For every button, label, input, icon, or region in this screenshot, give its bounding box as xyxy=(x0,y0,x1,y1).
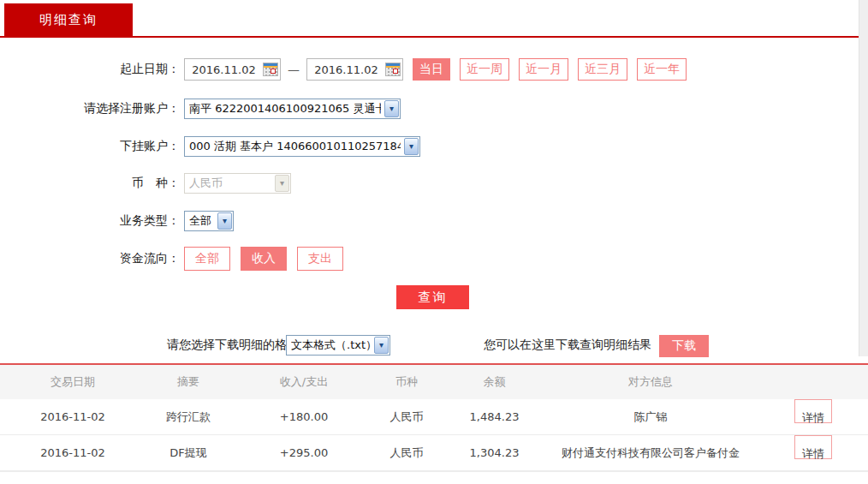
chevron-down-icon[interactable]: ▾ xyxy=(384,100,399,117)
download-hint: 您可以在这里下载查询明细结果 xyxy=(484,333,651,357)
quick-range-week-button[interactable]: 近一周 xyxy=(460,58,509,81)
start-date-input[interactable]: 2016.11.02 xyxy=(184,58,281,81)
date-range-row: 起止日期： 2016.11.02 — 2016.11.02 当日 近一周 近一月… xyxy=(0,57,687,81)
download-button[interactable]: 下载 xyxy=(659,335,709,357)
currency-select: 人民币 ▾ xyxy=(184,173,291,194)
table-header: 交易日期 摘要 收入/支出 币种 余额 对方信息 xyxy=(0,365,868,399)
fund-flow-label: 资金流向： xyxy=(0,251,184,266)
tab-detail-query[interactable]: 明细查询 xyxy=(4,3,133,36)
chevron-down-icon[interactable]: ▾ xyxy=(217,212,232,230)
query-button[interactable]: 查询 xyxy=(396,285,469,309)
chevron-down-icon[interactable]: ▾ xyxy=(404,138,419,155)
quick-range-year-button[interactable]: 近一年 xyxy=(637,58,687,81)
end-date-value: 2016.11.02 xyxy=(307,63,385,76)
detail-button[interactable]: 详情 xyxy=(794,435,832,459)
header-currency: 币种 xyxy=(360,365,454,399)
download-format-select[interactable]: 文本格式（.txt） ▾ xyxy=(286,335,390,356)
business-type-select[interactable]: 全部 ▾ xyxy=(184,211,234,231)
quick-range-today-button[interactable]: 当日 xyxy=(413,58,450,81)
download-format-value: 文本格式（.txt） xyxy=(291,338,371,353)
detail-button[interactable]: 详情 xyxy=(794,399,832,423)
sub-account-label: 下挂账户： xyxy=(0,139,184,154)
registered-account-select[interactable]: 南平 6222001406100921065 灵通卡 ▾ xyxy=(184,99,401,119)
sub-account-row: 下挂账户： 000 活期 基本户 1406600101102571848 ▾ xyxy=(0,134,420,158)
chevron-down-icon[interactable]: ▾ xyxy=(374,337,389,354)
registered-account-row: 请选择注册账户： 南平 6222001406100921065 灵通卡 ▾ xyxy=(0,97,401,121)
header-balance: 余额 xyxy=(445,365,544,399)
currency-value: 人民币 xyxy=(189,176,271,191)
bottom-divider xyxy=(0,471,868,472)
table-row: 2016-11-02 跨行汇款 +180.00 人民币 1,484.23 陈广锦… xyxy=(0,399,868,435)
quick-range-month-button[interactable]: 近一月 xyxy=(519,58,568,81)
registered-account-label: 请选择注册账户： xyxy=(0,101,184,117)
date-range-label: 起止日期： xyxy=(0,62,184,77)
cell-balance: 1,304.23 xyxy=(445,435,544,470)
sub-account-select[interactable]: 000 活期 基本户 1406600101102571848 ▾ xyxy=(184,136,420,157)
sub-account-value: 000 活期 基本户 1406600101102571848 xyxy=(189,139,401,154)
currency-row: 币 种： 人民币 ▾ xyxy=(0,171,291,195)
business-type-label: 业务类型： xyxy=(0,213,184,229)
cell-counterparty: 财付通支付科技有限公司客户备付金 xyxy=(531,435,770,470)
header-amount: 收入/支出 xyxy=(257,365,351,399)
business-type-value: 全部 xyxy=(189,213,214,229)
end-date-input[interactable]: 2016.11.02 xyxy=(306,58,403,81)
cell-amount: +180.00 xyxy=(257,399,351,434)
date-separator: — xyxy=(288,63,300,76)
cell-currency: 人民币 xyxy=(360,435,454,470)
cell-summary: 跨行汇款 xyxy=(141,399,235,434)
cell-balance: 1,484.23 xyxy=(445,399,544,434)
quick-range-quarter-button[interactable]: 近三月 xyxy=(578,58,627,81)
fund-flow-all-button[interactable]: 全部 xyxy=(184,247,230,271)
fund-flow-expense-button[interactable]: 支出 xyxy=(297,247,343,271)
start-date-value: 2016.11.02 xyxy=(185,63,263,76)
tab-underline xyxy=(0,36,859,38)
cell-date: 2016-11-02 xyxy=(21,399,124,434)
header-summary: 摘要 xyxy=(141,365,235,399)
calendar-icon[interactable] xyxy=(385,63,401,76)
registered-account-value: 南平 6222001406100921065 灵通卡 xyxy=(189,101,381,117)
download-format-label: 请您选择下载明细的格式 xyxy=(167,333,299,357)
business-type-row: 业务类型： 全部 ▾ xyxy=(0,209,234,233)
cell-summary: DF提现 xyxy=(141,435,235,470)
cell-currency: 人民币 xyxy=(360,399,454,434)
right-gutter xyxy=(859,0,868,356)
fund-flow-row: 资金流向： 全部 收入 支出 xyxy=(0,247,354,271)
header-date: 交易日期 xyxy=(21,365,124,399)
header-counterparty: 对方信息 xyxy=(531,365,770,399)
chevron-down-icon: ▾ xyxy=(275,175,289,192)
currency-label: 币 种： xyxy=(0,176,184,191)
cell-amount: +295.00 xyxy=(257,435,351,470)
calendar-icon[interactable] xyxy=(263,63,278,76)
table-row: 2016-11-02 DF提现 +295.00 人民币 1,304.23 财付通… xyxy=(0,435,868,471)
cell-date: 2016-11-02 xyxy=(21,435,124,470)
cell-counterparty: 陈广锦 xyxy=(531,399,770,434)
fund-flow-income-button[interactable]: 收入 xyxy=(241,247,287,271)
